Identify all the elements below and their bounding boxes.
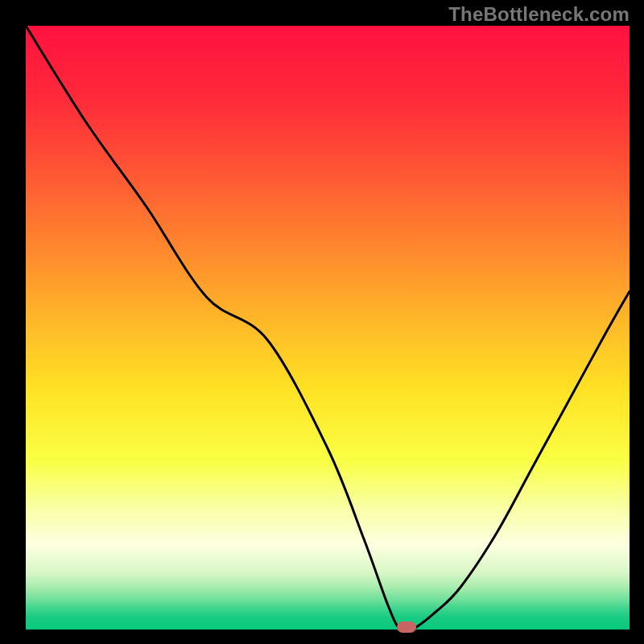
plot-area — [26, 26, 630, 630]
svg-rect-0 — [26, 26, 630, 630]
watermark-text: TheBottleneck.com — [448, 3, 630, 26]
plot-svg — [26, 26, 630, 630]
bottleneck-marker — [397, 621, 416, 633]
chart-frame: TheBottleneck.com — [0, 0, 644, 644]
